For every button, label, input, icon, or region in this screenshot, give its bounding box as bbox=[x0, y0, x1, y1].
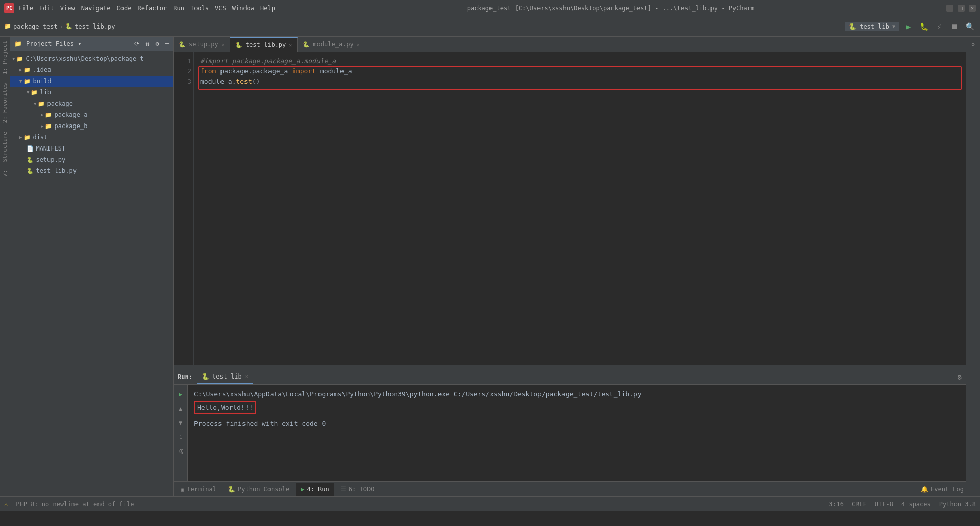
run-tab-close[interactable]: ✕ bbox=[245, 373, 248, 379]
bottom-panel: Run: 🐍 test_lib ✕ ⚙ ▶ ▲ ▼ ⤵ 🖨 bbox=[174, 369, 966, 481]
settings-icon[interactable]: ⚙ bbox=[156, 40, 159, 47]
tab-close-setup[interactable]: ✕ bbox=[222, 42, 225, 47]
folder-icon: 📁 bbox=[14, 40, 22, 47]
run-content: ▶ ▲ ▼ ⤵ 🖨 C:\Users\xsshu\AppData\Local\P… bbox=[174, 385, 966, 481]
sidebar-item-favorites[interactable]: 2: Favorites bbox=[0, 79, 10, 127]
console-output: C:\Users\xsshu\AppData\Local\Programs\Py… bbox=[188, 385, 966, 481]
run-print-button[interactable]: 🖨 bbox=[175, 446, 186, 457]
close-panel-icon[interactable]: ─ bbox=[165, 40, 169, 47]
run-play-button[interactable]: ▶ bbox=[175, 389, 186, 400]
event-log-button[interactable]: 🔔 Event Log bbox=[921, 486, 964, 493]
tab-bar: 🐍 setup.py ✕ 🐍 test_lib.py ✕ 🐍 module_a.… bbox=[174, 37, 966, 52]
menu-edit[interactable]: Edit bbox=[39, 5, 54, 12]
python-console-icon: 🐍 bbox=[228, 486, 235, 493]
stop-button[interactable]: ⏹ bbox=[948, 20, 961, 33]
breadcrumb-file[interactable]: test_lib.py bbox=[75, 23, 115, 30]
sync-icon[interactable]: ⟳ bbox=[134, 40, 139, 47]
menu-view[interactable]: View bbox=[60, 5, 75, 12]
status-bar: ⚠ PEP 8: no newline at end of file 3:16 … bbox=[0, 496, 980, 511]
menu-vcs[interactable]: VCS bbox=[215, 5, 226, 12]
right-strip: ⚙ bbox=[966, 37, 980, 496]
menu-refactor[interactable]: Refactor bbox=[137, 5, 167, 12]
terminal-icon: ▣ bbox=[181, 486, 184, 493]
tab-close-test-lib[interactable]: ✕ bbox=[289, 42, 292, 48]
warning-icon: ⚠ bbox=[4, 500, 8, 508]
bottom-tab-python-console[interactable]: 🐍 Python Console bbox=[223, 483, 295, 496]
run-with-coverage-button[interactable]: ⚡ bbox=[933, 20, 945, 33]
horizontal-scrollbar[interactable] bbox=[174, 365, 966, 369]
code-line-1: #import package.package_a.module_a bbox=[200, 56, 960, 66]
menu-tools[interactable]: Tools bbox=[190, 5, 209, 12]
tree-item-setup-py[interactable]: ▶ 🐍 setup.py bbox=[10, 154, 173, 165]
run-wrap-button[interactable]: ⤵ bbox=[175, 432, 186, 443]
console-process-line: Process finished with exit code 0 bbox=[194, 418, 960, 430]
tree-item-package[interactable]: ▼ 📁 package bbox=[10, 98, 173, 109]
sidebar-item-7[interactable]: 7: bbox=[0, 166, 10, 181]
toolbar: 📁 package_test › 🐍 test_lib.py 🐍 test_li… bbox=[0, 16, 980, 37]
run-button[interactable]: ▶ bbox=[902, 20, 915, 33]
expand-all-icon[interactable]: ⇅ bbox=[145, 40, 149, 47]
menu-code[interactable]: Code bbox=[117, 5, 132, 12]
tree-item-lib[interactable]: ▼ 📁 lib bbox=[10, 87, 173, 98]
console-hello-output: Hello,World!!! bbox=[194, 401, 960, 414]
bottom-tool-tabs: ▣ Terminal 🐍 Python Console ▶ 4: Run ☰ 6… bbox=[174, 481, 966, 496]
project-files-label[interactable]: Project Files ▾ bbox=[26, 40, 81, 47]
bottom-tab-todo[interactable]: ☰ 6: TODO bbox=[335, 483, 380, 496]
status-right: 3:16 CRLF UTF-8 4 spaces Python 3.8 bbox=[829, 500, 976, 508]
run-icon: ▶ bbox=[301, 486, 304, 493]
menu-navigate[interactable]: Navigate bbox=[81, 5, 111, 12]
run-tab-test-lib[interactable]: 🐍 test_lib ✕ bbox=[197, 370, 253, 384]
menu-help[interactable]: Help bbox=[260, 5, 275, 12]
tree-item-manifest[interactable]: ▶ 📄 MANIFEST bbox=[10, 143, 173, 154]
maximize-button[interactable]: □ bbox=[958, 5, 965, 12]
run-tab-bar: Run: 🐍 test_lib ✕ ⚙ bbox=[174, 369, 966, 385]
tab-close-module-a[interactable]: ✕ bbox=[357, 42, 360, 47]
run-scroll-up-button[interactable]: ▲ bbox=[175, 403, 186, 414]
sidebar-item-project[interactable]: 1: Project bbox=[0, 37, 10, 79]
tab-module-a-py[interactable]: 🐍 module_a.py ✕ bbox=[298, 37, 365, 52]
window-controls[interactable]: ─ □ ✕ bbox=[946, 5, 976, 12]
code-content[interactable]: #import package.package_a.module_a from … bbox=[194, 52, 966, 365]
menu-window[interactable]: Window bbox=[232, 5, 254, 12]
right-strip-btn-1[interactable]: ⚙ bbox=[967, 39, 979, 50]
tree-item-package-a[interactable]: ▶ 📁 package_a bbox=[10, 109, 173, 120]
main-layout: 1: Project 2: Favorites Structure 7: 📁 P… bbox=[0, 37, 980, 496]
content-wrapper: 🐍 setup.py ✕ 🐍 test_lib.py ✕ 🐍 module_a.… bbox=[174, 37, 966, 496]
run-scroll-down-button[interactable]: ▼ bbox=[175, 417, 186, 429]
bottom-tab-run[interactable]: ▶ 4: Run bbox=[296, 483, 334, 496]
menu-bar: File Edit View Navigate Code Refactor Ru… bbox=[18, 5, 275, 12]
sidebar-item-structure[interactable]: Structure bbox=[0, 128, 10, 166]
run-settings-button[interactable]: ⚙ bbox=[958, 373, 962, 381]
tree-item-test-lib-py[interactable]: ▶ 🐍 test_lib.py bbox=[10, 165, 173, 177]
code-editor[interactable]: 1 2 3 #import package.package_a.module_a… bbox=[174, 52, 966, 365]
python-version[interactable]: Python 3.8 bbox=[939, 500, 976, 508]
tab-test-lib-py[interactable]: 🐍 test_lib.py ✕ bbox=[230, 37, 298, 52]
code-line-3: module_a . test () bbox=[200, 77, 960, 87]
run-config-selector[interactable]: 🐍 test_lib ▼ bbox=[845, 22, 899, 31]
menu-run[interactable]: Run bbox=[173, 5, 184, 12]
event-log-icon: 🔔 bbox=[921, 486, 928, 493]
tab-setup-py[interactable]: 🐍 setup.py ✕ bbox=[174, 37, 230, 52]
tree-item-root[interactable]: ▼ 📁 C:\Users\xsshu\Desktop\package_t bbox=[10, 53, 173, 64]
project-panel: 📁 Project Files ▾ ⟳ ⇅ ⚙ ─ ▼ 📁 C:\Users\x… bbox=[10, 37, 174, 496]
breadcrumb-project[interactable]: package_test bbox=[13, 23, 58, 30]
search-everywhere-button[interactable]: 🔍 bbox=[964, 20, 976, 33]
close-button[interactable]: ✕ bbox=[969, 5, 976, 12]
minimize-button[interactable]: ─ bbox=[946, 5, 953, 12]
indent-setting[interactable]: 4 spaces bbox=[901, 500, 931, 508]
tree-item-build[interactable]: ▼ 📁 build bbox=[10, 76, 173, 87]
debug-button[interactable]: 🐛 bbox=[918, 20, 930, 33]
cursor-position[interactable]: 3:16 bbox=[829, 500, 844, 508]
tree-item-idea[interactable]: ▶ 📁 .idea bbox=[10, 64, 173, 76]
project-tree: ▼ 📁 C:\Users\xsshu\Desktop\package_t ▶ 📁… bbox=[10, 51, 173, 496]
app-logo: PC bbox=[4, 3, 14, 13]
menu-file[interactable]: File bbox=[18, 5, 33, 12]
charset[interactable]: UTF-8 bbox=[875, 500, 893, 508]
left-sidebar: 1: Project 2: Favorites Structure 7: bbox=[0, 37, 10, 496]
tree-item-package-b[interactable]: ▶ 📁 package_b bbox=[10, 120, 173, 132]
line-ending[interactable]: CRLF bbox=[852, 500, 867, 508]
tree-item-dist[interactable]: ▶ 📁 dist bbox=[10, 132, 173, 143]
title-bar: PC File Edit View Navigate Code Refactor… bbox=[0, 0, 980, 16]
project-panel-header[interactable]: 📁 Project Files ▾ ⟳ ⇅ ⚙ ─ bbox=[10, 37, 173, 51]
bottom-tab-terminal[interactable]: ▣ Terminal bbox=[176, 483, 222, 496]
